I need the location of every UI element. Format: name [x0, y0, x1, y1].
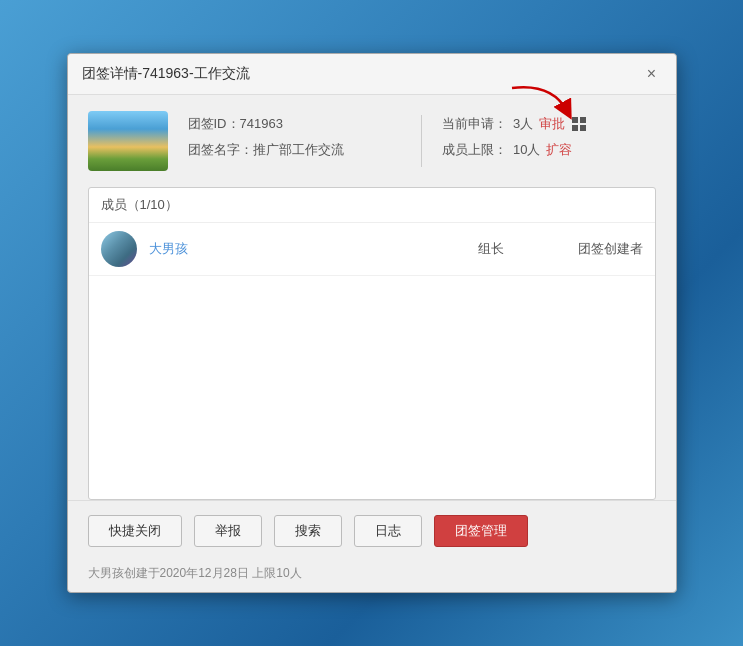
- group-id-row: 团签ID：741963: [188, 115, 402, 133]
- grid-icon[interactable]: [571, 116, 587, 132]
- info-section: 团签ID：741963 团签名字：推广部工作交流 当前申请： 3人: [68, 95, 676, 187]
- limit-value: 10人: [513, 141, 540, 159]
- members-section: 成员（1/10） 大男孩 组长 团签创建者: [88, 187, 656, 500]
- group-id-value: 741963: [240, 116, 283, 131]
- members-header: 成员（1/10）: [89, 188, 655, 223]
- member-role: 组长: [451, 240, 531, 258]
- dialog: 团签详情-741963-工作交流 × 团签ID：741963 团签名字：推广部工…: [67, 53, 677, 593]
- svg-rect-3: [572, 125, 578, 131]
- svg-rect-2: [580, 117, 586, 123]
- close-button[interactable]: ×: [642, 64, 662, 84]
- dialog-title: 团签详情-741963-工作交流: [82, 65, 250, 83]
- limit-row: 成员上限： 10人 扩容: [442, 141, 656, 159]
- footer-note: 大男孩创建于2020年12月28日 上限10人: [68, 561, 676, 592]
- red-arrow-indicator: [502, 83, 582, 123]
- group-name-row: 团签名字：推广部工作交流: [188, 141, 402, 159]
- expand-link[interactable]: 扩容: [546, 141, 572, 159]
- group-name-value: 推广部工作交流: [253, 142, 344, 157]
- quick-close-button[interactable]: 快捷关闭: [88, 515, 182, 547]
- group-image: [88, 111, 168, 171]
- table-row: 大男孩 组长 团签创建者: [89, 223, 655, 276]
- report-button[interactable]: 举报: [194, 515, 262, 547]
- avatar: [101, 231, 137, 267]
- group-info-right: 当前申请： 3人 审批 成员上限： 10人 扩容: [442, 111, 656, 159]
- manage-button[interactable]: 团签管理: [434, 515, 528, 547]
- svg-rect-1: [572, 117, 578, 123]
- member-name[interactable]: 大男孩: [149, 240, 439, 258]
- group-name-label: 团签名字：: [188, 142, 253, 157]
- search-button[interactable]: 搜索: [274, 515, 342, 547]
- member-creator-label: 团签创建者: [543, 240, 643, 258]
- title-bar: 团签详情-741963-工作交流 ×: [68, 54, 676, 95]
- footer-buttons: 快捷关闭 举报 搜索 日志 团签管理: [68, 500, 676, 561]
- vertical-divider: [421, 115, 422, 167]
- apply-label: 当前申请：: [442, 115, 507, 133]
- limit-label: 成员上限：: [442, 141, 507, 159]
- group-info-left: 团签ID：741963 团签名字：推广部工作交流: [188, 111, 402, 159]
- group-id-label: 团签ID：: [188, 116, 240, 131]
- log-button[interactable]: 日志: [354, 515, 422, 547]
- svg-rect-4: [580, 125, 586, 131]
